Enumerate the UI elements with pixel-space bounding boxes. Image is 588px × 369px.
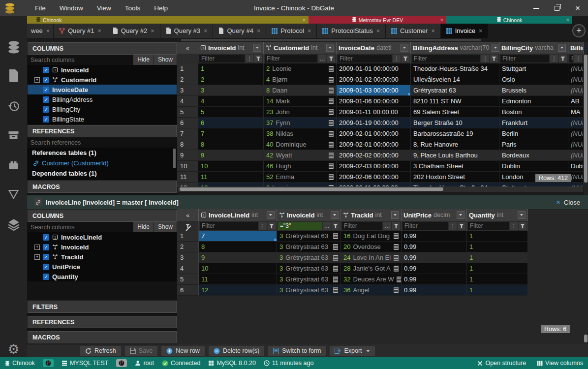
table-row[interactable]: 6637Fynn2009-01-19 00:00:00Berger Straße… [177, 118, 584, 128]
grid-cell[interactable]: 2009-01-02 00:00:00 [337, 74, 411, 85]
status-chinook[interactable]: Chinook [5, 360, 35, 367]
column-header-trackid[interactable]: TrackId int [341, 209, 402, 221]
grid-cell[interactable]: 32Deuces Are W [341, 274, 402, 285]
row-number[interactable]: 6 [177, 118, 198, 128]
grid-cell[interactable]: 1 [467, 285, 528, 296]
status-root[interactable]: root [135, 360, 154, 367]
tab-query-2[interactable]: Query #2× [107, 24, 160, 38]
column-menu-button[interactable] [267, 211, 275, 219]
hide-columns-button[interactable]: Hide [133, 222, 154, 232]
grid-cell[interactable]: 1 [467, 231, 528, 242]
nav-filter-icon[interactable] [0, 188, 27, 200]
grid-cell[interactable]: 42Wyatt [264, 150, 337, 161]
grid-cell[interactable]: 4Bjørn [264, 74, 337, 85]
row-number[interactable]: 3 [177, 85, 198, 96]
show-columns-button[interactable]: Show [154, 55, 177, 65]
master-horizontal-scrollbar[interactable] [178, 186, 583, 192]
grid-cell[interactable]: 8 [199, 242, 277, 252]
filter-input-invoicelineid[interactable]: Filter [200, 222, 258, 230]
menu-tools[interactable]: Tools [118, 0, 148, 16]
column-list-item-unitprice[interactable]: + ✓ UnitPrice [28, 262, 177, 272]
hide-columns-button[interactable]: Hide [133, 55, 154, 65]
column-header-billingcity[interactable]: BillingCity varcha [499, 42, 568, 54]
grid-cell[interactable]: 0.99 [402, 285, 467, 296]
grid-cell[interactable]: 12 [199, 285, 277, 296]
filter-funnel-icon[interactable] [327, 55, 335, 62]
open-reference-icon[interactable] [329, 88, 334, 93]
switch-to-form-button[interactable]: Switch to form [268, 346, 326, 356]
grid-cell[interactable]: 2009-02-02 00:00:00 [337, 150, 411, 161]
grid-cell[interactable]: 8210 111 ST NW [411, 96, 499, 107]
column-menu-button[interactable] [326, 44, 334, 52]
nav-archive-icon[interactable] [0, 129, 27, 141]
grid-cell[interactable]: 3Grétrystraat 63 [277, 274, 341, 285]
table-row[interactable]: 111152Emma2009-02-06 00:00:00202 Hoxton … [177, 172, 584, 183]
menu-view[interactable]: View [90, 0, 118, 16]
grid-cell[interactable]: 1 [467, 242, 528, 252]
grid-cell[interactable]: 3Grétrystraat 63 [277, 263, 341, 274]
column-header-customerid[interactable]: CustomerId int [264, 42, 337, 54]
status-view-columns[interactable]: View columns [537, 360, 583, 367]
references-panel-header[interactable]: REFERENCES [28, 316, 177, 328]
close-group-icon[interactable]: × [566, 16, 569, 24]
grid-cell[interactable]: Theodor-Heuss-Straße 34 [411, 63, 499, 74]
grid-cell[interactable]: 69 Salem Street [411, 107, 499, 118]
grid-cell[interactable]: 2009-01-03 00:00:00 [337, 85, 411, 96]
column-header-unitprice[interactable]: UnitPrice decim [402, 209, 467, 221]
filter-menu-icon[interactable]: ⋮ [550, 55, 558, 62]
filter-input-invoicedate[interactable]: Filter [338, 55, 392, 62]
filter-menu-icon[interactable]: … [318, 55, 326, 62]
filter-input-customerid[interactable]: Filter [265, 55, 317, 62]
grid-cell[interactable]: 3Grétrystraat 63 [277, 285, 341, 296]
table-row[interactable]: 5113Grétrystraat 6332Deuces Are W0.991 [177, 274, 528, 285]
grid-cell[interactable]: 2009-02-03 00:00:00 [337, 161, 411, 172]
columns-panel-header[interactable]: COLUMNS [28, 210, 177, 222]
grid-cell[interactable]: 1 [467, 252, 528, 263]
expand-icon[interactable]: + [34, 245, 40, 250]
grid-cell[interactable]: 10 [199, 263, 277, 274]
row-number[interactable]: 5 [177, 107, 198, 118]
grid-cell[interactable]: 2009-01-06 00:00:00 [337, 96, 411, 107]
grid-cell[interactable]: Stuttgart [499, 183, 568, 186]
column-header-billingaddress[interactable]: BillingAddress varchar(70 [411, 42, 499, 54]
status-palette[interactable] [116, 359, 127, 367]
column-header-quantity[interactable]: Quantity int [467, 209, 528, 221]
row-number[interactable]: 1 [177, 231, 199, 242]
row-number[interactable]: 2 [177, 74, 198, 85]
grid-cell[interactable]: (NULL) [568, 74, 584, 85]
table-row[interactable]: 224Bjørn2009-01-02 00:00:00Ullevålsveien… [177, 74, 584, 85]
grid-cell[interactable]: 2Leonie [264, 63, 337, 74]
grid-cell[interactable]: 20Overdose [341, 242, 402, 252]
column-checkbox[interactable]: ✓ [43, 234, 49, 241]
grid-cell[interactable]: (NULL) [568, 118, 584, 128]
grid-cell[interactable]: 28Janie's Got A [341, 263, 402, 274]
open-reference-icon[interactable] [329, 131, 334, 137]
collapse-left-panel-button[interactable]: « [177, 42, 198, 54]
grid-cell[interactable]: 2009-01-19 00:00:00 [337, 118, 411, 128]
grid-cell[interactable]: Paris [499, 139, 568, 150]
filter-funnel-icon[interactable] [458, 222, 465, 230]
close-tab-icon[interactable]: × [204, 28, 207, 34]
grid-cell[interactable]: Barbarossastraße 19 [411, 128, 499, 139]
grid-cell[interactable]: (NULL) [568, 85, 584, 96]
new-tab-button[interactable]: + [572, 24, 586, 37]
grid-cell[interactable]: 46Hugh [264, 161, 337, 172]
open-reference-icon[interactable] [333, 255, 338, 261]
close-tab-icon[interactable]: × [479, 28, 482, 34]
menu-file[interactable]: File [28, 0, 53, 16]
grid-cell[interactable]: 3 Chatham Street [411, 161, 499, 172]
grid-cell[interactable]: 2 [198, 74, 264, 85]
column-list-item-invoiceid[interactable]: + ✓ 1 InvoiceId [28, 65, 177, 75]
grid-cell[interactable]: 0.99 [402, 231, 467, 242]
column-list-item-invoiceid[interactable]: + ✓ InvoiceId [28, 242, 177, 252]
filter-funnel-icon[interactable] [392, 222, 400, 230]
macros-panel-header[interactable]: MACROS [28, 331, 177, 343]
column-menu-button[interactable] [401, 44, 408, 52]
tab-customer[interactable]: Customer× [386, 24, 441, 38]
open-reference-icon[interactable] [333, 244, 338, 250]
column-menu-button[interactable] [391, 211, 399, 219]
filter-menu-icon[interactable]: ⋮ [393, 55, 401, 62]
reference-link[interactable]: Customer (CustomerId) [28, 158, 177, 168]
grid-cell[interactable]: 1 [198, 63, 264, 74]
open-reference-icon[interactable] [397, 277, 402, 282]
